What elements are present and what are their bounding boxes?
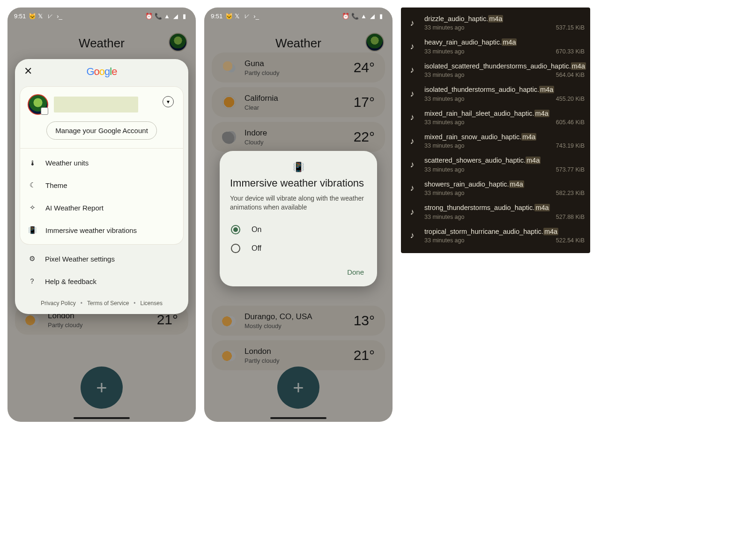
close-icon[interactable]: ✕ [22, 66, 34, 77]
radio-option-on[interactable]: On [230, 220, 367, 239]
tos-link[interactable]: Terms of Service [87, 300, 129, 307]
file-ext: m4a [526, 157, 541, 164]
account-card: ▾ Manage your Google Account [20, 86, 184, 149]
menu-section-lower: ⚙ Pixel Weather settings ？ Help & feedba… [20, 245, 184, 295]
menu-item-settings[interactable]: ⚙ Pixel Weather settings [20, 247, 184, 270]
file-ext: m4a [571, 62, 586, 70]
music-note-icon: ♪ [407, 206, 418, 217]
menu-item-label: Immersive weather vibrations [45, 226, 137, 234]
file-size: 573.77 KiB [556, 166, 585, 173]
radio-label: Off [252, 244, 261, 253]
terminal-icon: ›_ [57, 13, 63, 19]
file-age: 33 minutes ago [424, 96, 464, 102]
file-name: tropical_storm_hurricane_audio_haptic.m4… [424, 228, 585, 236]
sparkle-doc-icon: ✧ [28, 203, 37, 212]
menu-item-vibrations[interactable]: 📳 Immersive weather vibrations [20, 219, 183, 241]
music-note-icon: ♪ [407, 183, 418, 194]
moon-icon: ☾ [28, 180, 37, 190]
file-ext: m4a [534, 204, 549, 211]
separator-dot: • [81, 300, 82, 307]
signal-icon: ◢ [173, 13, 180, 19]
file-row[interactable]: ♪tropical_storm_hurricane_audio_haptic.m… [407, 225, 585, 248]
music-note-icon: ♪ [407, 112, 418, 123]
account-name-redacted [54, 97, 138, 112]
thermometer-icon: 🌡 [28, 158, 37, 167]
radio-selected-icon [231, 225, 240, 234]
vibration-icon: 📳 [28, 225, 37, 235]
file-row[interactable]: ♪drizzle_audio_haptic.m4a33 minutes ago5… [407, 12, 585, 36]
file-name: showers_rain_audio_haptic.m4a [424, 180, 585, 188]
file-row[interactable]: ♪strong_thunderstorms_audio_haptic.m4a33… [407, 201, 585, 225]
file-row[interactable]: ♪heavy_rain_audio_haptic.m4a33 minutes a… [407, 36, 585, 59]
file-size: 605.46 KiB [556, 119, 585, 126]
file-row[interactable]: ♪mixed_rain_hail_sleet_audio_haptic.m4a3… [407, 107, 585, 130]
privacy-link[interactable]: Privacy Policy [41, 300, 76, 307]
music-note-icon: ♪ [407, 17, 418, 29]
account-dropdown-icon[interactable]: ▾ [163, 96, 174, 107]
file-ext: m4a [521, 133, 536, 141]
radio-option-off[interactable]: Off [230, 239, 367, 258]
file-size: 527.88 KiB [556, 214, 585, 220]
nav-handle[interactable] [270, 417, 326, 419]
file-row[interactable]: ♪mixed_rain_snow_audio_haptic.m4a33 minu… [407, 130, 585, 154]
file-row[interactable]: ♪scattered_showers_audio_haptic.m4a33 mi… [407, 154, 585, 177]
file-ext: m4a [534, 110, 549, 117]
file-row[interactable]: ♪showers_rain_audio_haptic.m4a33 minutes… [407, 178, 585, 201]
file-age: 33 minutes ago [424, 237, 464, 244]
menu-item-ai-report[interactable]: ✧ AI Weather Report [20, 196, 183, 219]
music-note-icon: ♪ [407, 230, 418, 241]
menu-item-weather-units[interactable]: 🌡 Weather units [20, 151, 183, 174]
menu-item-label: Theme [45, 181, 67, 189]
alarm-icon: ⏰ [342, 13, 348, 19]
menu-item-help[interactable]: ？ Help & feedback [20, 270, 184, 292]
menu-item-theme[interactable]: ☾ Theme [20, 174, 183, 196]
check-icon: ⩗ [244, 13, 251, 19]
x-icon: 𝕏 [235, 13, 241, 19]
status-bar: 9:51 🐱 𝕏 ⩗ ›_ ⏰ 📞 ▲ ◢ ▮ [204, 7, 393, 22]
signal-icon: ◢ [370, 13, 377, 19]
terminal-icon: ›_ [253, 13, 260, 19]
radio-label: On [252, 225, 261, 234]
file-size: 564.04 KiB [556, 72, 585, 78]
nav-handle[interactable] [74, 417, 130, 419]
file-age: 33 minutes ago [424, 166, 464, 173]
music-note-icon: ♪ [407, 41, 418, 52]
file-ext: m4a [543, 228, 558, 235]
music-note-icon: ♪ [407, 65, 418, 76]
file-size: 522.54 KiB [556, 237, 585, 244]
status-bar: 9:51 🐱 𝕏 ⩗ ›_ ⏰ 📞 ▲ ◢ ▮ [7, 7, 196, 22]
file-size: 582.23 KiB [556, 190, 585, 196]
battery-icon: ▮ [183, 13, 189, 19]
file-row[interactable]: ♪isolated_thunderstorms_audio_haptic.m4a… [407, 83, 585, 106]
file-name: scattered_showers_audio_haptic.m4a [424, 157, 585, 165]
file-name: isolated_scattered_thunderstorms_audio_h… [424, 62, 585, 70]
phone-icon: 📞 [351, 13, 358, 19]
wifi-icon: ▲ [164, 13, 170, 19]
file-list-panel: ♪drizzle_audio_haptic.m4a33 minutes ago5… [401, 7, 590, 253]
menu-section: 🌡 Weather units ☾ Theme ✧ AI Weather Rep… [20, 149, 184, 245]
manage-account-button[interactable]: Manage your Google Account [46, 121, 157, 140]
done-button[interactable]: Done [344, 264, 367, 280]
music-note-icon: ♪ [407, 135, 418, 147]
file-age: 33 minutes ago [424, 119, 464, 126]
menu-item-label: Weather units [45, 159, 89, 167]
file-age: 33 minutes ago [424, 142, 464, 149]
account-sheet: ✕ Google ▾ Manage your Google Account 🌡 … [15, 59, 188, 314]
wifi-icon: ▲ [361, 13, 367, 19]
check-icon: ⩗ [47, 13, 54, 19]
legal-links: Privacy Policy • Terms of Service • Lice… [15, 295, 188, 308]
gear-icon: ⚙ [27, 254, 37, 263]
alarm-icon: ⏰ [145, 13, 152, 19]
google-logo: Google [86, 66, 117, 78]
file-size: 743.19 KiB [556, 142, 585, 149]
file-name: heavy_rain_audio_haptic.m4a [424, 38, 585, 46]
account-avatar[interactable] [28, 94, 48, 115]
licenses-link[interactable]: Licenses [141, 300, 163, 307]
file-name: strong_thunderstorms_audio_haptic.m4a [424, 204, 585, 212]
file-ext: m4a [502, 38, 517, 46]
file-age: 33 minutes ago [424, 72, 464, 78]
file-name: mixed_rain_snow_audio_haptic.m4a [424, 133, 585, 141]
file-size: 537.15 KiB [556, 24, 585, 31]
file-row[interactable]: ♪isolated_scattered_thunderstorms_audio_… [407, 60, 585, 83]
file-ext: m4a [539, 86, 554, 93]
